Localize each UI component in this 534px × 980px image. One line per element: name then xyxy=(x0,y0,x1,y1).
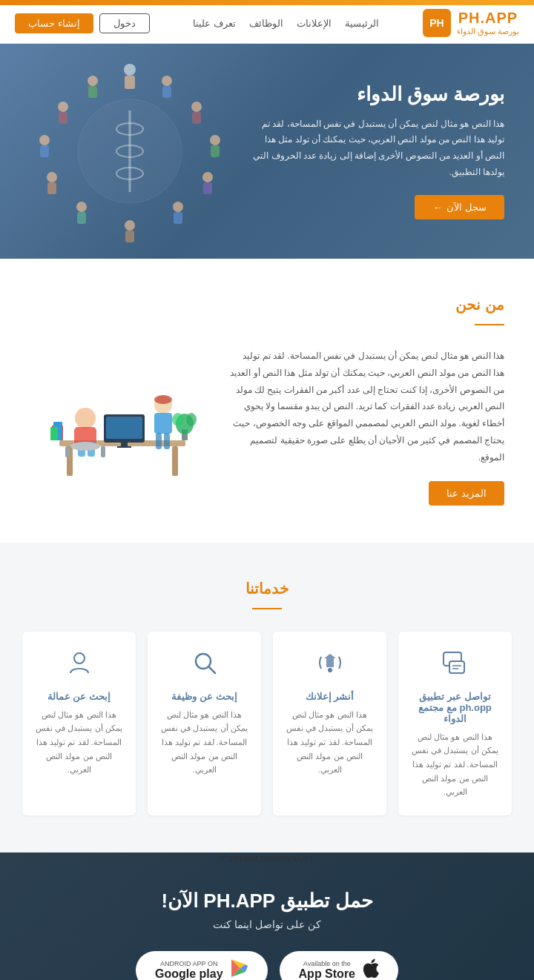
services-section: خدماتنا تواصل عبر تطبيق ph.opp مع مجتمع … xyxy=(0,543,534,852)
svg-rect-8 xyxy=(162,86,171,98)
service-card-2: أنشر إعلانك هذا النص هو مثال لنص يمكن أن… xyxy=(273,632,386,815)
svg-rect-56 xyxy=(449,661,464,673)
hero-illustration xyxy=(15,51,252,251)
svg-point-7 xyxy=(162,76,172,86)
app-download-content: حمل تطبيق PH.APP الآن! كن على تواصل اينم… xyxy=(30,890,504,980)
svg-rect-28 xyxy=(88,86,97,98)
service-icon-4 xyxy=(34,648,124,683)
app-store-bottom-text: App Store xyxy=(299,967,355,980)
svg-rect-41 xyxy=(154,413,172,434)
svg-point-36 xyxy=(75,408,96,428)
svg-point-9 xyxy=(191,102,202,112)
service-name-3: إبحث عن وظيفة xyxy=(159,691,249,702)
google-play-top-text: ANDROID APP ON xyxy=(155,960,223,967)
svg-point-44 xyxy=(154,395,172,404)
app-download-title: حمل تطبيق PH.APP الآن! xyxy=(30,890,504,913)
service-name-1: تواصل عبر تطبيق ph.opp مع مجتمع الدواء xyxy=(410,691,500,724)
svg-point-21 xyxy=(47,172,57,182)
svg-rect-42 xyxy=(156,433,162,449)
nav-link-ads[interactable]: الإعلانات xyxy=(297,18,332,29)
svg-rect-31 xyxy=(172,446,178,476)
svg-point-51 xyxy=(186,413,197,426)
service-desc-1: هذا النص هو مثال لنص يمكن أن يستبدل في ن… xyxy=(410,730,500,799)
svg-point-59 xyxy=(328,668,332,672)
service-name-2: أنشر إعلانك xyxy=(285,691,375,702)
hero-section: بورصة سوق الدواء هذا النص هو مثال لنص يم… xyxy=(0,44,534,259)
service-card-1: تواصل عبر تطبيق ph.opp مع مجتمع الدواء ه… xyxy=(398,632,512,815)
svg-rect-24 xyxy=(40,145,49,157)
apple-icon xyxy=(363,959,379,980)
svg-line-61 xyxy=(209,667,215,673)
svg-point-52 xyxy=(70,442,100,451)
hero-text: هذا النص هو مثال لنص يمكن أن يستبدل في ن… xyxy=(252,116,504,180)
service-card-4: إبحث عن عمالة هذا النص هو مثال لنص يمكن … xyxy=(22,632,136,815)
svg-point-17 xyxy=(125,220,135,231)
app-store-button[interactable]: Available on the App Store xyxy=(280,951,398,980)
svg-point-15 xyxy=(173,202,183,212)
about-section: من نحن هذا النص هو مثال لنص يمكن أن يستب… xyxy=(0,259,534,543)
svg-rect-12 xyxy=(211,145,220,157)
svg-rect-43 xyxy=(164,433,170,449)
service-icon-2 xyxy=(285,648,375,683)
service-desc-3: هذا النص هو مثال لنص يمكن أن يستبدل في ن… xyxy=(159,708,249,777)
about-paragraph: هذا النص هو مثال لنص يمكن أن يستبدل في ن… xyxy=(230,348,504,466)
service-icon-3 xyxy=(159,648,249,683)
svg-point-60 xyxy=(196,654,211,669)
svg-rect-20 xyxy=(77,212,86,224)
nav-link-home[interactable]: الرئيسية xyxy=(345,18,379,29)
login-button[interactable]: دخول xyxy=(99,13,150,33)
app-store-buttons: Available on the App Store ANDROID APP O… xyxy=(30,951,504,980)
svg-point-23 xyxy=(39,135,50,145)
svg-rect-34 xyxy=(121,443,128,446)
about-title: من نحن xyxy=(30,296,504,314)
svg-point-13 xyxy=(202,172,213,182)
about-title-underline xyxy=(475,324,504,325)
hero-btn-label: سجل الآن xyxy=(446,202,487,213)
register-button[interactable]: إنشاء حساب xyxy=(15,13,93,33)
app-store-top-text: Available on the xyxy=(299,960,355,967)
svg-rect-35 xyxy=(117,446,131,448)
logo-sub: بورصة سوق الدواء xyxy=(457,27,519,36)
navbar: PH.APP بورصة سوق الدواء PH الرئيسية الإع… xyxy=(0,3,534,44)
about-illustration xyxy=(30,359,208,494)
svg-point-62 xyxy=(74,653,85,663)
service-icon-1 xyxy=(410,648,500,683)
about-text: هذا النص هو مثال لنص يمكن أن يستبدل في ن… xyxy=(230,348,504,506)
app-download-subtitle: كن على تواصل اينما كنت xyxy=(30,918,504,930)
hero-content: بورصة سوق الدواء هذا النص هو مثال لنص يم… xyxy=(252,83,504,219)
hero-title: بورصة سوق الدواء xyxy=(252,83,504,106)
service-desc-4: هذا النص هو مثال لنص يمكن أن يستبدل في ن… xyxy=(34,708,124,777)
logo-text: PH.APP xyxy=(457,10,519,27)
about-inner: هذا النص هو مثال لنص يمكن أن يستبدل في ن… xyxy=(30,348,504,506)
app-store-text: Available on the App Store xyxy=(299,960,355,980)
svg-rect-53 xyxy=(65,446,70,457)
nav-link-jobs[interactable]: الوظائف xyxy=(249,18,283,29)
svg-rect-22 xyxy=(47,182,56,194)
services-grid: تواصل عبر تطبيق ph.opp مع مجتمع الدواء ه… xyxy=(22,632,512,815)
service-desc-2: هذا النص هو مثال لنص يمكن أن يستبدل في ن… xyxy=(285,708,375,777)
google-play-icon xyxy=(231,959,248,980)
svg-rect-33 xyxy=(106,417,142,439)
google-play-button[interactable]: ANDROID APP ON Google play xyxy=(136,951,268,980)
svg-rect-6 xyxy=(125,76,135,89)
svg-rect-18 xyxy=(125,231,134,242)
svg-point-25 xyxy=(58,102,68,112)
nav-link-about[interactable]: تعرف علينا xyxy=(193,18,236,29)
app-download-section: ') repeat;opacity:0.4;"> حمل تطبيق PH.AP… xyxy=(0,852,534,980)
svg-point-11 xyxy=(210,135,220,145)
nav-links: الرئيسية الإعلانات الوظائف تعرف علينا xyxy=(193,18,379,29)
svg-rect-54 xyxy=(101,446,105,457)
service-card-3: إبحث عن وظيفة هذا النص هو مثال لنص يمكن … xyxy=(148,632,261,815)
logo: PH.APP بورصة سوق الدواء PH xyxy=(423,9,519,37)
about-more-button[interactable]: المزيد عنا xyxy=(429,481,504,506)
hero-cta-button[interactable]: سجل الآن ← xyxy=(415,195,504,219)
svg-point-27 xyxy=(88,76,98,86)
svg-rect-14 xyxy=(203,182,212,194)
services-title: خدماتنا xyxy=(22,580,512,597)
services-title-wrap: خدماتنا xyxy=(22,580,512,609)
svg-point-5 xyxy=(124,64,136,76)
svg-point-19 xyxy=(76,202,87,212)
nav-buttons: دخول إنشاء حساب xyxy=(15,13,150,33)
svg-rect-10 xyxy=(192,112,201,124)
svg-rect-16 xyxy=(174,212,182,224)
